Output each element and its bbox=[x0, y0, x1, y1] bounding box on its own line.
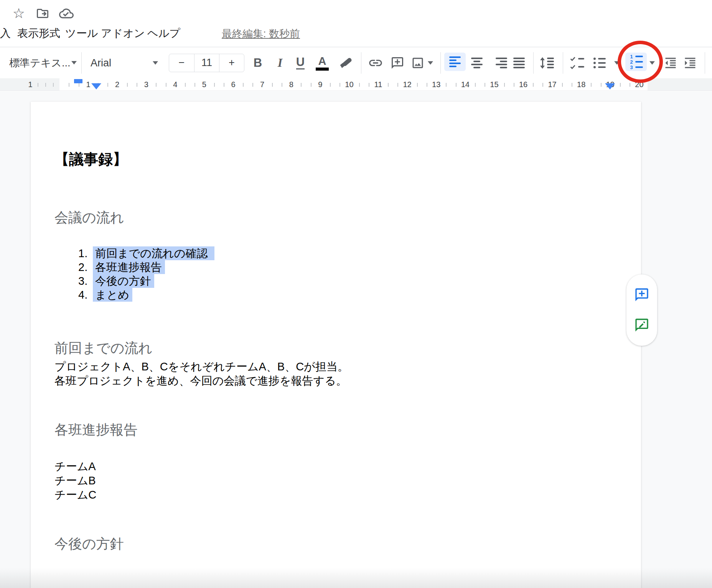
italic-button[interactable]: I bbox=[273, 54, 287, 72]
ruler-number: 2 bbox=[115, 80, 119, 89]
font-size-input[interactable]: 11 bbox=[194, 54, 219, 72]
font-size-increase-button[interactable]: + bbox=[219, 54, 244, 72]
comment-plus-icon bbox=[634, 287, 649, 302]
ruler-tick bbox=[514, 83, 514, 87]
bold-button[interactable]: B bbox=[251, 54, 265, 72]
ruler-tick bbox=[166, 83, 166, 87]
ruler-number: 10 bbox=[345, 80, 353, 89]
ruler-tick bbox=[156, 83, 157, 87]
image-dropdown-button[interactable] bbox=[427, 61, 434, 64]
ruler-tick bbox=[369, 83, 369, 87]
ruler-tick bbox=[282, 83, 282, 87]
menu-item-help[interactable]: ヘルプ bbox=[147, 26, 180, 41]
comment-plus-icon bbox=[391, 56, 404, 70]
ruler-tick bbox=[214, 83, 215, 87]
ruler-number: 3 bbox=[144, 80, 148, 89]
menu-item-tools[interactable]: ツール bbox=[65, 26, 98, 41]
numbered-list-button[interactable]: 1 2 3 bbox=[625, 53, 647, 71]
toolbar-divider bbox=[563, 52, 563, 74]
chevron-down-icon bbox=[428, 61, 433, 64]
align-right-button[interactable] bbox=[496, 58, 507, 68]
body-line: 各班プロジェクトを進め、今回の会議で進捗を報告する。 bbox=[54, 374, 347, 388]
highlight-color-button[interactable] bbox=[338, 55, 355, 71]
ruler-number: 16 bbox=[519, 80, 527, 89]
add-comment-button[interactable] bbox=[390, 56, 405, 70]
toolbar-divider bbox=[361, 52, 361, 74]
suggest-edits-button[interactable] bbox=[634, 317, 649, 333]
ruler-number: 18 bbox=[577, 80, 585, 89]
heading-progress: 各班進捗報告 bbox=[54, 421, 137, 439]
selected-text: 今後の方針 bbox=[93, 274, 154, 288]
ruler-tick bbox=[330, 83, 331, 87]
selected-text: 前回までの流れの確認 bbox=[93, 246, 214, 260]
list-item: 3. 今後の方針 bbox=[31, 274, 641, 288]
ruler-tick bbox=[475, 83, 476, 87]
insert-link-button[interactable] bbox=[368, 55, 384, 71]
text-color-button[interactable]: A bbox=[315, 55, 330, 71]
ruler-tick bbox=[601, 83, 602, 87]
ruler-tick bbox=[340, 83, 340, 87]
italic-icon: I bbox=[278, 56, 282, 70]
paragraph-style-selector[interactable]: 標準テキス... bbox=[9, 56, 77, 70]
ruler-tick bbox=[630, 83, 630, 87]
ruler-tick bbox=[456, 83, 457, 87]
checklist-icon bbox=[570, 56, 584, 69]
bulleted-list-button[interactable] bbox=[593, 58, 606, 68]
first-line-indent-marker[interactable] bbox=[74, 79, 82, 83]
team-line: チームA bbox=[54, 459, 96, 474]
ruler-number: 7 bbox=[260, 80, 264, 89]
ruler-tick bbox=[137, 83, 137, 87]
folder-move-icon bbox=[36, 7, 49, 20]
menu-item-format[interactable]: 表示形式 bbox=[17, 26, 60, 41]
ruler-number: 14 bbox=[461, 80, 470, 89]
ruler-number: 6 bbox=[231, 80, 235, 89]
menu-item-addons[interactable]: アドオン bbox=[101, 26, 145, 41]
insert-image-button[interactable] bbox=[410, 56, 425, 70]
align-center-button[interactable] bbox=[471, 58, 483, 68]
ruler-number: 11 bbox=[374, 80, 382, 89]
align-left-button[interactable] bbox=[444, 53, 466, 71]
body-line: プロジェクトA、B、CをそれぞれチームA、B、Cが担当。 bbox=[54, 360, 349, 374]
comment-pencil-icon bbox=[634, 317, 649, 333]
star-button[interactable]: ☆ bbox=[12, 6, 26, 21]
right-indent-marker[interactable] bbox=[605, 83, 615, 89]
ruler-tick bbox=[397, 83, 398, 87]
ruler-tick bbox=[301, 83, 302, 87]
ruler-tick bbox=[185, 83, 186, 87]
ruler-tick bbox=[446, 83, 447, 87]
menu-item-insert[interactable]: 入 bbox=[0, 26, 11, 41]
outdent-button[interactable] bbox=[663, 56, 678, 70]
image-icon bbox=[411, 56, 425, 70]
move-folder-button[interactable] bbox=[35, 6, 50, 21]
floating-add-comment-button[interactable] bbox=[634, 287, 649, 302]
last-edited-link[interactable]: 最終編集: 数秒前 bbox=[222, 27, 300, 41]
font-size-decrease-button[interactable]: − bbox=[169, 54, 194, 72]
menu-bar: 入 表示形式 ツール アドオン ヘルプ 最終編集: 数秒前 bbox=[0, 25, 712, 41]
numbered-list-dropdown[interactable] bbox=[648, 61, 656, 64]
ruler-number: 5 bbox=[202, 80, 206, 89]
ruler-tick bbox=[243, 83, 244, 87]
ruler-tick bbox=[427, 83, 427, 87]
ruler-tick bbox=[485, 83, 485, 87]
bulleted-list-dropdown[interactable] bbox=[613, 61, 621, 64]
font-selector[interactable]: Arial bbox=[91, 57, 158, 69]
cloud-status-button[interactable] bbox=[59, 6, 74, 21]
heading-policy: 今後の方針 bbox=[54, 535, 124, 553]
underline-button[interactable]: U bbox=[293, 54, 308, 72]
left-indent-marker[interactable] bbox=[91, 83, 101, 89]
align-right-icon bbox=[496, 58, 507, 68]
chevron-down-icon bbox=[153, 61, 158, 64]
ruler-tick bbox=[272, 83, 273, 87]
selected-text: 各班進捗報告 bbox=[93, 260, 165, 274]
document-page[interactable]: 【議事録】 会議の流れ 1. 前回までの流れの確認 2. 各班進捗報告 3. 今… bbox=[31, 102, 641, 588]
line-spacing-button[interactable] bbox=[540, 57, 554, 69]
checklist-button[interactable] bbox=[570, 56, 584, 69]
toolbar-divider bbox=[705, 52, 705, 74]
ruler-number: 17 bbox=[548, 80, 556, 89]
toolbar-divider bbox=[533, 52, 534, 74]
chevron-down-icon bbox=[649, 61, 655, 64]
ruler-tick bbox=[388, 83, 389, 87]
numbered-list-icon: 1 2 3 bbox=[630, 55, 643, 69]
indent-button[interactable] bbox=[682, 56, 698, 70]
align-justify-button[interactable] bbox=[513, 58, 525, 68]
